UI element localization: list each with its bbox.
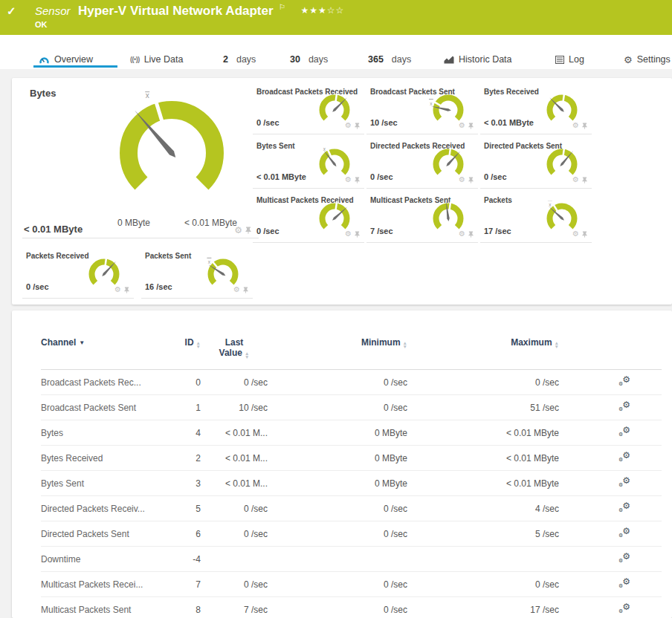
page-title: Hyper-V Virtual Network Adapter [78,4,274,18]
pin-icon[interactable] [124,287,129,293]
log-icon [555,56,564,64]
column-header-last-value[interactable]: Last Value▲▼ [201,331,268,370]
channel-maximum: < 0.01 MByte [407,420,559,446]
gear-icon[interactable]: ⚙ [459,176,465,183]
gauge-title: Bytes Received [484,88,539,96]
table-row[interactable]: Directed Packets Sent 6 0 /sec 0 /sec 5 … [41,521,662,547]
channel-settings-icon[interactable]: ⚙⚙ [618,602,630,614]
tab-settings[interactable]: ⚙ Settings [624,51,671,68]
channel-name-link[interactable]: Directed Packets Sent [41,529,129,539]
pin-icon[interactable] [468,231,474,238]
sort-icon[interactable]: ▲▼ [196,341,201,348]
channel-settings-icon[interactable]: ⚙⚙ [618,501,630,513]
pin-icon[interactable] [468,123,474,129]
gauge-title: Packets Received [26,252,89,260]
gauges-panel: Bytes x 0 MByte < 0.01 MByte < 0.01 MByt… [12,78,672,305]
channel-settings-icon[interactable]: ⚙⚙ [618,426,630,438]
svg-text:x: x [430,101,433,106]
pin-icon[interactable] [582,231,587,238]
column-header-label: ID [185,337,194,348]
gear-icon[interactable]: ⚙ [233,286,240,293]
channel-settings-icon[interactable]: ⚙⚙ [618,375,630,387]
tab-label: Log [569,54,584,65]
table-row[interactable]: Multicast Packets Sent 8 7 /sec 0 /sec 1… [41,597,662,618]
channel-maximum: < 0.01 MByte [407,446,559,471]
tab-log[interactable]: Log [555,51,584,68]
gear-icon[interactable]: ⚙ [572,122,579,129]
gauge-cell-directed-packets-sent: Directed Packets Sent 0 /sec ⚙ [480,137,592,189]
tab-live-data[interactable]: ((•)) Live Data [130,51,183,68]
table-row[interactable]: Broadcast Packets Rec... 0 0 /sec 0 /sec… [41,370,662,395]
channel-name-link[interactable]: Directed Packets Receiv... [41,504,145,514]
flag-icon[interactable]: ⚐ [279,3,285,11]
table-row[interactable]: Directed Packets Receiv... 5 0 /sec 0 /s… [41,496,662,521]
channel-settings-icon[interactable]: ⚙⚙ [618,451,630,463]
channel-name-link[interactable]: Multicast Packets Sent [41,605,131,615]
gear-icon[interactable]: ⚙ [234,226,242,235]
column-header-label: Last [201,337,268,348]
table-row[interactable]: Bytes Received 2 < 0.01 M... 0 MByte < 0… [41,446,662,471]
column-header-settings [559,331,662,370]
gauge-cell-multicast-packets-received: Multicast Packets Received 0 /sec ⚙ [253,192,364,243]
table-row[interactable]: Bytes Sent 3 < 0.01 M... 0 MByte < 0.01 … [41,471,662,496]
object-kind-label: Sensor [35,4,71,17]
pin-icon[interactable] [243,287,248,293]
pin-icon[interactable] [582,177,587,183]
sort-icon[interactable]: ▲▼ [555,341,559,348]
channel-maximum: 0 /sec [407,572,559,597]
column-header-id[interactable]: ID▲▼ [178,331,201,370]
svg-text:x: x [146,91,149,100]
channel-settings-icon[interactable]: ⚙⚙ [618,552,630,564]
gear-icon[interactable]: ⚙ [345,176,352,183]
sort-icon[interactable]: ▲▼ [245,351,249,359]
table-row[interactable]: Bytes 4 < 0.01 M... 0 MByte < 0.01 MByte… [41,420,662,446]
channel-settings-icon[interactable]: ⚙⚙ [618,577,630,589]
channel-name-link[interactable]: Bytes Sent [41,478,84,489]
priority-stars[interactable]: ★★★☆☆ [300,5,344,16]
channel-name-link[interactable]: Downtime [41,554,80,565]
channel-name-link[interactable]: Bytes Received [41,453,103,464]
column-header-minimum[interactable]: Minimum▲▼ [268,331,407,370]
channel-name-link[interactable]: Bytes [41,428,63,438]
tab-2-days[interactable]: 2days [223,51,256,68]
gear-icon[interactable]: ⚙ [459,230,465,238]
gear-icon[interactable]: ⚙ [345,230,352,238]
channel-last-value [201,547,268,572]
channel-last-value: 10 /sec [201,395,268,420]
pin-icon[interactable] [355,177,360,183]
tab-365-days[interactable]: 365days [368,51,411,68]
channel-name-link[interactable]: Multicast Packets Recei... [41,579,143,590]
gauge-value: 0 /sec [26,282,49,291]
tab-historic-data[interactable]: Historic Data [444,51,512,68]
column-header-channel[interactable]: Channel▼ [41,331,178,370]
pin-icon[interactable] [355,231,360,238]
pin-icon[interactable] [468,177,474,183]
pin-icon[interactable] [355,123,360,129]
pin-icon[interactable] [582,123,587,129]
pin-icon[interactable] [245,227,251,234]
sort-icon[interactable]: ▲▼ [403,341,407,348]
channel-settings-icon[interactable]: ⚙⚙ [618,527,630,539]
gear-icon: ⚙ [624,54,633,65]
tab-label: Live Data [144,54,184,65]
channel-maximum: 17 /sec [407,597,559,618]
table-row[interactable]: Multicast Packets Recei... 7 0 /sec 0 /s… [41,572,662,597]
table-row[interactable]: Broadcast Packets Sent 1 10 /sec 0 /sec … [41,395,662,420]
channel-settings-icon[interactable]: ⚙⚙ [618,476,630,488]
column-header-label: Value [219,348,242,358]
gear-icon[interactable]: ⚙ [459,122,465,129]
tab-30-days[interactable]: 30days [290,51,328,68]
channel-name-link[interactable]: Broadcast Packets Rec... [41,377,141,388]
channel-settings-icon[interactable]: ⚙⚙ [618,400,630,412]
gear-icon[interactable]: ⚙ [572,230,579,238]
table-row[interactable]: Downtime -4 ⚙⚙ [41,547,662,572]
gear-icon[interactable]: ⚙ [345,122,352,129]
bytes-gauge: x [94,82,250,194]
column-header-maximum[interactable]: Maximum▲▼ [407,331,559,370]
channel-name-link[interactable]: Broadcast Packets Sent [41,403,136,413]
sort-caret-icon[interactable]: ▼ [79,339,85,346]
gear-icon[interactable]: ⚙ [114,286,121,293]
gear-icon[interactable]: ⚙ [572,176,579,183]
tab-label: Overview [54,54,93,65]
gauge-cell-actions: ⚙ [345,230,360,238]
